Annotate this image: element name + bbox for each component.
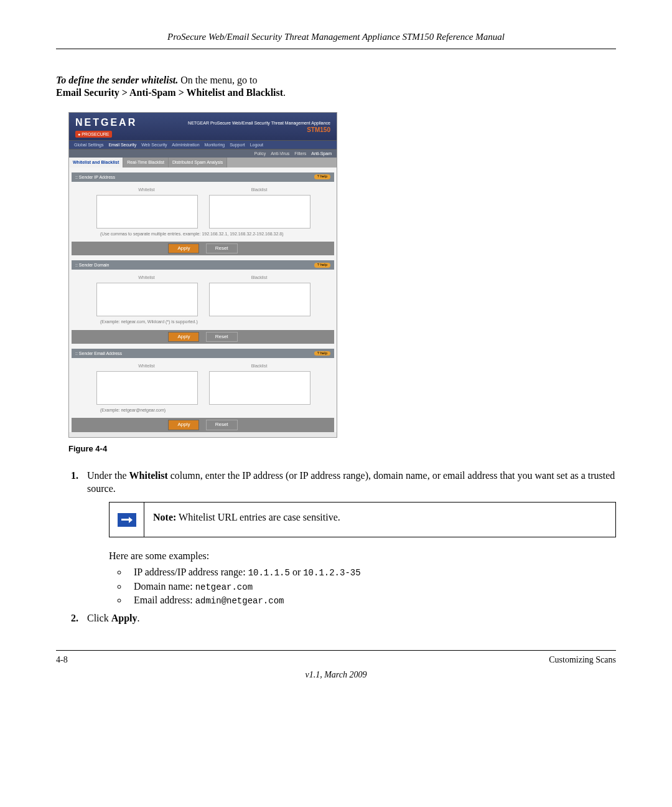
panel-title-ip: :: Sender IP Address <box>75 174 115 180</box>
reset-button[interactable]: Reset <box>206 420 238 430</box>
nav-web-security[interactable]: Web Security <box>141 143 167 147</box>
subnav-antispam[interactable]: Anti-Spam <box>311 151 332 156</box>
instruction-path: Email Security > Anti-Spam > Whitelist a… <box>56 87 283 98</box>
whitelist-domain-input[interactable] <box>96 283 198 316</box>
ip-note: (Use commas to separate multiple entries… <box>96 231 309 237</box>
instruction-title: To define the sender whitelist. <box>56 75 178 85</box>
apply-button[interactable]: Apply <box>168 420 199 430</box>
help-icon[interactable]: ? help <box>314 351 330 356</box>
panel-title-email: :: Sender Email Address <box>75 351 122 356</box>
prosecure-badge: ● PROSECURE <box>75 131 112 138</box>
help-icon[interactable]: ? help <box>314 174 330 179</box>
blacklist-label: Blacklist <box>209 275 309 280</box>
whitelist-label: Whitelist <box>96 363 197 369</box>
tab-whitelist-blacklist[interactable]: Whitelist and Blacklist <box>69 158 123 167</box>
doc-header: ProSecure Web/Email Security Threat Mana… <box>56 31 616 49</box>
nav-administration[interactable]: Administration <box>172 143 199 147</box>
blacklist-ip-input[interactable] <box>209 195 310 229</box>
blacklist-email-input[interactable] <box>209 371 310 405</box>
tab-realtime-blacklist[interactable]: Real-Time Blacklist <box>123 158 169 167</box>
section-name: Customizing Scans <box>549 654 616 666</box>
example-ip: IP address/IP address range: 10.1.1.5 or… <box>128 566 616 579</box>
whitelist-label: Whitelist <box>96 275 197 280</box>
nav-logout[interactable]: Logout <box>250 143 263 147</box>
blacklist-label: Blacklist <box>209 187 309 192</box>
tab-distributed-spam[interactable]: Distributed Spam Analysis <box>169 158 227 167</box>
nav-email-security[interactable]: Email Security <box>108 143 136 147</box>
doc-version: v1.1, March 2009 <box>56 669 616 681</box>
tabs-row: Whitelist and Blacklist Real-Time Blackl… <box>69 158 337 167</box>
domain-note: (Example: netgear.com, Wildcard (*) is s… <box>96 319 309 324</box>
whitelist-ip-input[interactable] <box>96 195 198 229</box>
figure-caption: Figure 4-4 <box>68 444 616 455</box>
embedded-screenshot: NETGEAR ● PROSECURE NETGEAR ProSecure We… <box>68 112 337 437</box>
whitelist-email-input[interactable] <box>96 371 198 405</box>
sub-nav[interactable]: Policy Anti-Virus Filters Anti-Spam <box>69 149 337 158</box>
note-content: Note: Whitelist URL entries are case sen… <box>144 503 615 537</box>
instruction-paragraph: To define the sender whitelist. On the m… <box>56 74 616 100</box>
panel-sender-ip: :: Sender IP Address ? help Whitelist Bl… <box>72 172 334 256</box>
nav-monitoring[interactable]: Monitoring <box>205 143 225 147</box>
ng-header: NETGEAR ● PROSECURE NETGEAR ProSecure We… <box>69 113 337 140</box>
examples-intro: Here are some examples: <box>109 550 616 563</box>
step-1: Under the Whitelist column, enter the IP… <box>81 470 616 607</box>
example-domain: Domain name: netgear.com <box>128 580 616 593</box>
netgear-logo: NETGEAR ● PROSECURE <box>75 116 137 138</box>
note-box: Note: Whitelist URL entries are case sen… <box>109 502 616 537</box>
reset-button[interactable]: Reset <box>206 332 238 342</box>
instruction-lead: On the menu, go to <box>178 75 257 85</box>
step-2: Click Apply. <box>81 612 616 625</box>
example-email: Email address: admin@netgear.com <box>128 594 616 607</box>
nav-support[interactable]: Support <box>230 143 245 147</box>
step-list: Under the Whitelist column, enter the IP… <box>56 470 616 625</box>
product-label: NETGEAR ProSecure Web/Email Security Thr… <box>188 120 330 134</box>
subnav-policy[interactable]: Policy <box>254 151 266 156</box>
help-icon[interactable]: ? help <box>314 263 330 268</box>
logo-text: NETGEAR <box>75 116 137 130</box>
ng-body: :: Sender IP Address ? help Whitelist Bl… <box>69 168 337 432</box>
arrow-icon <box>118 513 136 527</box>
page-footer: 4-8 Customizing Scans <box>56 650 616 666</box>
subnav-antivirus[interactable]: Anti-Virus <box>271 151 289 156</box>
subnav-filters[interactable]: Filters <box>294 151 306 156</box>
apply-button[interactable]: Apply <box>168 332 199 342</box>
note-icon-cell <box>110 503 144 537</box>
panel-sender-email: :: Sender Email Address ? help Whitelist… <box>72 349 334 432</box>
panel-title-domain: :: Sender Domain <box>75 262 109 268</box>
reset-button[interactable]: Reset <box>206 243 238 253</box>
blacklist-domain-input[interactable] <box>209 283 310 316</box>
examples-section: Here are some examples: IP address/IP ad… <box>109 550 616 607</box>
page-number: 4-8 <box>56 654 68 666</box>
panel-sender-domain: :: Sender Domain ? help Whitelist Blackl… <box>72 260 334 344</box>
blacklist-label: Blacklist <box>209 363 309 369</box>
apply-button[interactable]: Apply <box>168 243 199 253</box>
email-note: (Example: netgear@netgear.com) <box>96 407 309 413</box>
nav-global[interactable]: Global Settings <box>74 143 103 147</box>
whitelist-label: Whitelist <box>96 187 197 192</box>
main-nav[interactable]: Global Settings Email Security Web Secur… <box>69 140 337 149</box>
